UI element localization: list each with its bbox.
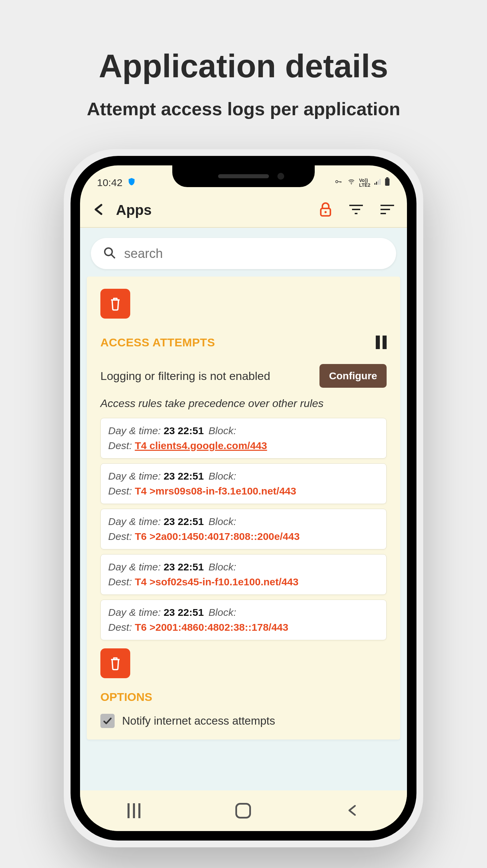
nav-home-button[interactable] [235, 803, 251, 819]
log-item[interactable]: Day & time: 23 22:51Block:Dest: T6 >2001… [100, 600, 387, 640]
phone-frame: 10:42 Vo))LTE2 [71, 156, 416, 841]
status-right: Vo))LTE2 [333, 177, 390, 188]
search-box[interactable] [91, 238, 396, 269]
nav-recent-button[interactable] [128, 803, 140, 818]
app-bar: Apps [80, 193, 407, 228]
nav-bar [80, 790, 407, 831]
access-attempts-title: ACCESS ATTEMPTS [100, 336, 215, 349]
key-icon [333, 178, 344, 187]
status-left: 10:42 [97, 177, 136, 188]
config-text: Logging or filtering is not enabled [100, 369, 270, 383]
log-item[interactable]: Day & time: 23 22:51Block:Dest: T4 >mrs0… [100, 463, 387, 504]
lock-icon[interactable] [319, 202, 332, 218]
svg-line-17 [111, 255, 115, 258]
notify-label: Notify internet access attempts [122, 714, 275, 727]
svg-point-9 [325, 211, 327, 213]
notch [172, 165, 315, 187]
config-row: Logging or filtering is not enabled Conf… [100, 364, 387, 388]
log-item[interactable]: Day & time: 23 22:51Block:Dest: T6 >2a00… [100, 509, 387, 549]
content-area: ACCESS ATTEMPTS Logging or filtering is … [80, 277, 407, 790]
log-item[interactable]: Day & time: 23 22:51Block:Dest: T4 clien… [100, 418, 387, 459]
svg-rect-7 [385, 178, 390, 186]
signal-icon [374, 178, 381, 187]
log-list: Day & time: 23 22:51Block:Dest: T4 clien… [100, 418, 387, 640]
page-subtitle: Attempt access logs per application [0, 98, 487, 119]
nav-back-button[interactable] [346, 802, 359, 820]
lte-indicator: Vo))LTE2 [359, 178, 370, 187]
back-button[interactable] [92, 201, 106, 219]
svg-rect-4 [378, 180, 379, 185]
option-notify-row: Notify internet access attempts [100, 714, 387, 728]
app-bar-title: Apps [116, 202, 309, 218]
filter-icon[interactable] [349, 204, 364, 216]
svg-rect-5 [379, 179, 381, 185]
main-card: ACCESS ATTEMPTS Logging or filtering is … [87, 277, 400, 740]
delete-top-button[interactable] [100, 289, 130, 319]
svg-rect-6 [386, 177, 389, 178]
delete-bottom-button[interactable] [100, 648, 130, 678]
sort-icon[interactable] [380, 204, 395, 216]
notify-checkbox[interactable] [100, 714, 115, 728]
shield-icon [127, 177, 136, 188]
search-input[interactable] [124, 246, 384, 261]
svg-point-16 [105, 248, 112, 256]
access-attempts-header: ACCESS ATTEMPTS [100, 336, 387, 349]
log-item[interactable]: Day & time: 23 22:51Block:Dest: T4 >sof0… [100, 554, 387, 595]
page-title: Application details [0, 0, 487, 85]
configure-button[interactable]: Configure [319, 364, 387, 388]
search-icon [103, 246, 116, 261]
precedence-note: Access rules take precedence over other … [100, 397, 387, 410]
status-time: 10:42 [97, 177, 122, 188]
pause-button[interactable] [376, 336, 387, 349]
svg-rect-2 [374, 183, 375, 185]
battery-icon [385, 177, 390, 188]
svg-point-1 [351, 183, 352, 184]
svg-point-0 [335, 181, 338, 183]
options-title: OPTIONS [100, 690, 387, 704]
search-wrap [80, 228, 407, 277]
wifi-icon [347, 178, 356, 187]
svg-rect-3 [376, 182, 377, 185]
phone-screen: 10:42 Vo))LTE2 [80, 165, 407, 831]
